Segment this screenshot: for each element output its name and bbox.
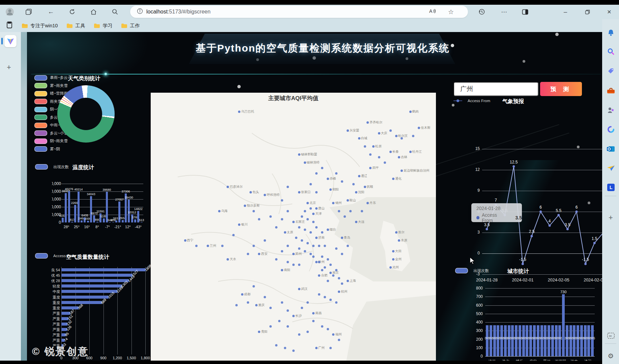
map-dot xyxy=(295,237,297,239)
legend-label: 雾~阴 xyxy=(50,147,60,152)
settings-gear-icon[interactable]: ⚙ xyxy=(606,351,615,360)
bar xyxy=(74,205,76,222)
profile-avatar-icon[interactable] xyxy=(4,6,16,18)
window-top-strip xyxy=(0,0,619,5)
tab-groups-icon[interactable] xyxy=(23,6,34,18)
weather-legend-item[interactable]: 雾~阴 xyxy=(34,145,71,153)
gridline xyxy=(485,314,595,314)
bar xyxy=(591,325,594,356)
history-icon[interactable] xyxy=(476,6,488,18)
map-city-label: 鞍山 xyxy=(350,198,356,203)
drop-paperplane-icon[interactable] xyxy=(606,163,615,173)
map-city-label: 包头 xyxy=(253,190,259,194)
bookmark-folder-win10[interactable]: 专注于win10 xyxy=(22,23,58,29)
map-dot xyxy=(258,218,260,220)
outlook-icon[interactable] xyxy=(606,144,615,153)
copilot-icon[interactable] xyxy=(606,125,615,134)
bookmark-folder-tools[interactable]: 工具 xyxy=(66,23,85,29)
chart-tooltip: 2024-01-28 Access From 3.5 xyxy=(471,203,522,222)
svg-text:L: L xyxy=(610,185,613,190)
map-city-label: 张家口 xyxy=(301,190,311,194)
back-button[interactable]: ← xyxy=(45,6,57,18)
customize-sidebar-add[interactable]: + xyxy=(606,213,615,222)
minimize-button[interactable]: – xyxy=(560,6,571,18)
weather-legend-item[interactable]: 阴~雨夹雪 xyxy=(34,137,71,145)
map-city-label: 武汉 xyxy=(301,287,307,291)
address-bar[interactable]: localhost:5173/#/bigscreen A ☆ xyxy=(130,6,468,18)
tab-vite-app[interactable] xyxy=(4,35,17,47)
map-city-dot xyxy=(409,151,412,153)
bookmark-folder-work[interactable]: 工作 xyxy=(121,23,140,29)
games-people-icon[interactable] xyxy=(606,105,615,115)
map-city-dot xyxy=(329,272,332,274)
bar xyxy=(71,222,73,222)
site-info-icon[interactable] xyxy=(137,8,143,16)
search-toolbar-icon[interactable] xyxy=(109,6,121,18)
toolbox-icon[interactable] xyxy=(606,86,615,95)
restore-button[interactable] xyxy=(582,6,593,18)
read-aloud-icon[interactable]: A xyxy=(429,8,437,16)
weather-legend-item[interactable]: 暴雨~多云 xyxy=(34,74,71,82)
y-axis-label: 0 xyxy=(52,220,61,225)
linkedin-icon[interactable]: L xyxy=(606,183,615,192)
forecast-line-chart[interactable]: 15129630-33.575.512.5-1.52.5645.53.56-1.… xyxy=(444,110,592,251)
map-city-dot xyxy=(207,245,209,247)
bar xyxy=(62,218,64,222)
city-search-input[interactable] xyxy=(453,82,538,96)
map-dot xyxy=(310,183,312,185)
map-city-dot xyxy=(327,229,329,231)
y-axis-label: 800 xyxy=(471,286,483,291)
predict-button[interactable]: 预 测 xyxy=(540,82,582,96)
map-dot xyxy=(352,183,355,185)
map-city-label: 贵阳 xyxy=(261,330,267,334)
map-dot xyxy=(361,210,363,212)
map-city-dot xyxy=(409,111,412,113)
bar xyxy=(141,222,143,222)
map-city-label: 锡林浩特 xyxy=(307,160,320,165)
city-stats-bar-chart[interactable]: 8007006005004003002001000365365365365365… xyxy=(444,281,596,362)
weather-legend-item[interactable]: 雾~雨夹雪 xyxy=(34,82,71,90)
folder-icon xyxy=(121,23,127,28)
map-dot xyxy=(338,339,340,341)
screenshot-snip-icon[interactable]: ✂ xyxy=(606,331,615,340)
row-label: 重度 xyxy=(47,306,60,311)
map-city-label: 兰州 xyxy=(210,244,216,248)
map-city-label: 大连 xyxy=(358,220,364,224)
map-dot xyxy=(332,274,334,277)
home-button[interactable] xyxy=(88,6,99,18)
map-city-label: 北京 xyxy=(310,201,316,205)
map-city-dot xyxy=(264,194,266,196)
map-dot xyxy=(306,301,309,304)
temperature-bar-chart[interactable]: 50,00040,00030,00020,00010,0000615338003… xyxy=(40,181,145,228)
split-screen-icon[interactable] xyxy=(519,6,531,18)
notifications-bell-icon[interactable] xyxy=(606,28,615,37)
map-city-dot xyxy=(418,127,420,129)
shopping-tag-icon[interactable] xyxy=(606,66,615,75)
y-axis-label: 300 xyxy=(471,328,483,333)
search-sidebar-icon[interactable] xyxy=(606,47,615,56)
favorite-star-icon[interactable]: ☆ xyxy=(448,8,454,16)
collections-icon[interactable] xyxy=(6,21,13,30)
map-dot xyxy=(321,255,323,258)
more-menu-icon[interactable]: ⋯ xyxy=(498,6,510,18)
map-dot xyxy=(275,344,277,346)
close-button[interactable]: ✕ xyxy=(603,6,615,18)
map-city-dot xyxy=(315,237,318,239)
map-city-dot xyxy=(366,121,369,124)
map-city-label: 太原 xyxy=(287,230,293,235)
new-tab-button[interactable]: + xyxy=(7,63,11,72)
url-text: localhost:5173/#/bigscreen xyxy=(146,9,210,15)
gridline xyxy=(482,253,602,254)
map-city-dot xyxy=(249,191,252,193)
bar xyxy=(486,325,489,356)
map-city-label: 大田 xyxy=(395,249,402,253)
map-city-dot xyxy=(244,205,246,207)
map-dot xyxy=(315,226,318,229)
map-city-label: 白城 xyxy=(361,136,367,141)
refresh-button[interactable] xyxy=(66,6,78,18)
bar xyxy=(118,202,120,222)
legend-swatch xyxy=(34,139,47,144)
aqi-map-panel[interactable]: 主要城市AQI平均值 乌兰巴托齐齐哈尔鹤岗佳木斯大庆哈尔滨兴安盟白城松原牡丹江长… xyxy=(151,93,436,361)
bookmark-folder-study[interactable]: 学习 xyxy=(94,23,112,29)
map-dot xyxy=(301,215,303,218)
